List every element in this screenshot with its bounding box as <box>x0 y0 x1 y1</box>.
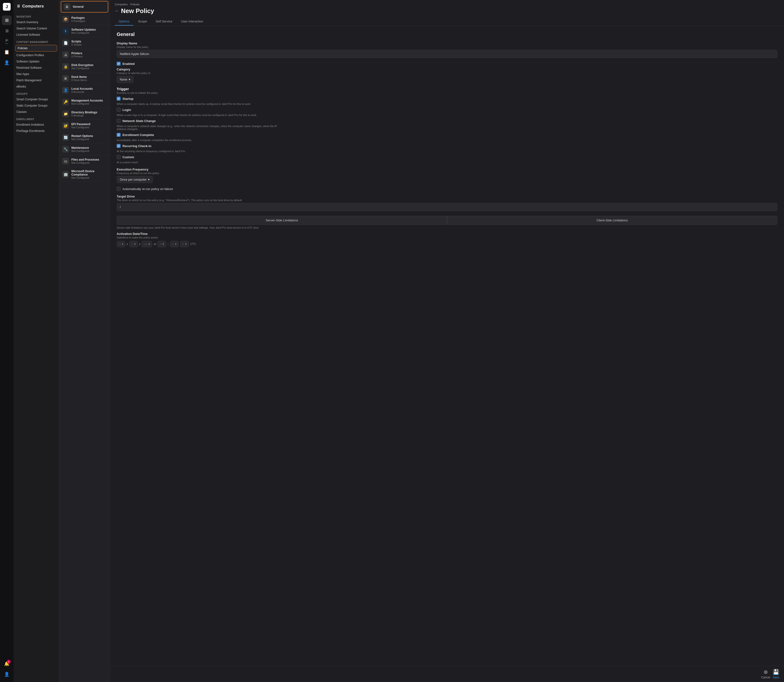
trigger-recurring-checkbox[interactable] <box>117 144 121 148</box>
general-icon: 🖥 <box>64 3 70 10</box>
directory-bindings-sub: 0 Bindings <box>72 114 97 117</box>
exec-freq-select[interactable]: Once per computer ▾ <box>117 176 153 183</box>
exec-freq-label: Execution Frequency <box>117 167 777 171</box>
sidebar-item-ebooks[interactable]: eBooks <box>13 83 59 90</box>
local-accounts-sub: 0 Accounts <box>72 91 93 93</box>
trigger-custom-checkbox[interactable] <box>117 155 121 159</box>
time-hour-select[interactable]: -- ▾ <box>157 241 166 247</box>
disk-encryption-title: Disk Encryption <box>72 64 93 67</box>
enabled-label: Enabled <box>122 62 135 65</box>
restart-options-title: Restart Options <box>72 134 93 138</box>
display-name-input[interactable] <box>117 50 777 58</box>
sidebar-item-static-groups[interactable]: Static Computer Groups <box>13 102 59 109</box>
maintenance-sub: Not Configured <box>72 150 89 152</box>
middle-item-general[interactable]: 🖥 General <box>61 1 108 13</box>
local-accounts-title: Local Accounts <box>72 87 93 91</box>
middle-item-restart-options[interactable]: 🔄 Restart Options Not Configured <box>59 132 110 143</box>
nav-item-computers[interactable]: 🖥 <box>2 26 11 36</box>
enabled-checkbox[interactable] <box>117 62 121 65</box>
middle-item-efi-password[interactable]: 🔐 EFI Password Not Configured <box>59 120 110 132</box>
sidebar-item-config-profiles[interactable]: Configuration Profiles <box>13 52 59 58</box>
target-drive-input[interactable] <box>117 203 777 211</box>
nav-item-devices[interactable]: 📱 <box>2 37 11 46</box>
sidebar-item-enrollment-invitations[interactable]: Enrollment Invitations <box>13 121 59 128</box>
tab-user-interaction[interactable]: User Interaction <box>177 18 207 25</box>
auto-rerun-label: Automatically re-run policy on failure <box>122 187 173 191</box>
cancel-button[interactable]: ⊗ Cancel <box>761 669 770 679</box>
sidebar-item-software-updates[interactable]: Software Updates <box>13 58 59 65</box>
middle-item-directory-bindings[interactable]: 📁 Directory Bindings 0 Bindings <box>59 108 110 120</box>
management-accounts-title: Management Accounts <box>72 99 103 102</box>
time-ampm-select[interactable]: -- ▾ <box>180 241 189 247</box>
breadcrumb-sep: : <box>129 3 129 6</box>
trigger-startup-checkbox[interactable] <box>117 97 121 100</box>
packages-icon: 📦 <box>62 16 69 23</box>
sidebar-item-search-inventory[interactable]: Search Inventory <box>13 19 59 25</box>
server-side-btn[interactable]: Server-Side Limitations <box>117 216 447 225</box>
trigger-login-desc: When a user logs in to a computer. A log… <box>117 113 281 116</box>
middle-item-software-updates[interactable]: ⬇ Software Updates Not Configured <box>59 25 110 37</box>
middle-item-management-accounts[interactable]: 🔑 Management Accounts Not Configured <box>59 96 110 108</box>
date-row: -- ▾ / -- ▾ / ---- ▾ at -- ▾ : -- ▾ -- ▾… <box>117 241 777 247</box>
trigger-login-label: Login <box>122 108 131 112</box>
sidebar-item-smart-groups[interactable]: Smart Computer Groups <box>13 96 59 102</box>
category-select[interactable]: None ▾ <box>117 76 134 83</box>
breadcrumb-current: Policies <box>130 3 140 6</box>
sidebar-header: 🖥 Computers <box>13 4 59 13</box>
middle-item-dock-items[interactable]: 🖥 Dock Items 0 Dock Items <box>59 73 110 84</box>
middle-item-maintenance[interactable]: 🔧 Maintenance Not Configured <box>59 143 110 155</box>
trigger-enrollment-checkbox[interactable] <box>117 133 121 137</box>
nav-item-notifications[interactable]: 🔔 1 <box>2 659 11 669</box>
sidebar-item-prestage-enrollments[interactable]: PreStage Enrollments <box>13 128 59 134</box>
directory-bindings-icon: 📁 <box>62 110 69 117</box>
middle-item-packages[interactable]: 📦 Packages 0 Packages <box>59 13 110 25</box>
tab-self-service[interactable]: Self Service <box>152 18 176 25</box>
trigger-login-checkbox[interactable] <box>117 108 121 112</box>
tab-scope[interactable]: Scope <box>134 18 151 25</box>
packages-title: Packages <box>72 16 85 19</box>
sidebar-item-policies[interactable]: Policies <box>16 45 57 52</box>
sidebar-section-content: Content Management <box>13 38 59 45</box>
notification-badge: 1 <box>7 660 11 664</box>
middle-item-microsoft-compliance[interactable]: 🏢 Microsoft Device Compliance Not Config… <box>59 167 110 182</box>
exec-freq-sub: Frequency at which to run the policy <box>117 172 777 175</box>
sidebar-item-restricted-software[interactable]: Restricted Software <box>13 65 59 71</box>
back-button[interactable]: ← <box>115 8 119 13</box>
sidebar-item-patch-management[interactable]: Patch Management <box>13 77 59 83</box>
middle-item-scripts[interactable]: 📄 Scripts 0 Scripts <box>59 37 110 49</box>
sidebar-item-classes[interactable]: Classes <box>13 109 59 115</box>
middle-item-files-and-processes[interactable]: 🗂 Files and Processes Not Configured <box>59 155 110 167</box>
nav-item-dashboard[interactable]: ⊞ <box>2 16 11 25</box>
page-title: New Policy <box>121 7 154 15</box>
middle-item-local-accounts[interactable]: 👤 Local Accounts 0 Accounts <box>59 84 110 96</box>
date-year-select[interactable]: ---- ▾ <box>142 241 152 247</box>
nav-item-profile[interactable]: 👤 <box>2 669 11 679</box>
tab-options[interactable]: Options <box>115 18 133 25</box>
files-processes-icon: 🗂 <box>62 158 69 164</box>
nav-item-reports[interactable]: 📋 <box>2 47 11 57</box>
middle-item-disk-encryption[interactable]: 🔒 Disk Encryption Not Configured <box>59 61 110 73</box>
sidebar-item-search-volume[interactable]: Search Volume Content <box>13 25 59 32</box>
date-day-select[interactable]: -- ▾ <box>129 241 138 247</box>
date-month-select[interactable]: -- ▾ <box>117 241 126 247</box>
trigger-network-checkbox[interactable] <box>117 119 121 123</box>
target-drive-label: Target Drive <box>117 194 777 198</box>
scripts-sub: 0 Scripts <box>72 43 82 46</box>
auto-rerun-checkbox[interactable] <box>117 187 121 191</box>
software-updates-icon: ⬇ <box>62 28 69 35</box>
directory-bindings-title: Directory Bindings <box>72 111 97 114</box>
sidebar-item-mac-apps[interactable]: Mac Apps <box>13 71 59 77</box>
page-title-row: ← New Policy <box>115 7 779 15</box>
nav-item-users[interactable]: 👤 <box>2 58 11 67</box>
restart-options-sub: Not Configured <box>72 138 93 140</box>
time-min-select[interactable]: -- ▾ <box>170 241 179 247</box>
middle-item-printers[interactable]: 🖨 Printers 0 Printers <box>59 49 110 61</box>
sidebar-item-licensed-software[interactable]: Licensed Software <box>13 32 59 38</box>
software-updates-title: Software Updates <box>72 28 96 31</box>
client-side-btn[interactable]: Client-Side Limitations <box>447 216 777 225</box>
trigger-startup-desc: When a computer starts up. A startup scr… <box>117 102 281 105</box>
save-button[interactable]: 💾 Save <box>773 669 779 679</box>
microsoft-compliance-sub: Not Configured <box>72 176 107 179</box>
sidebar-section-inventory: Inventory <box>13 13 59 19</box>
printers-title: Printers <box>72 52 83 55</box>
